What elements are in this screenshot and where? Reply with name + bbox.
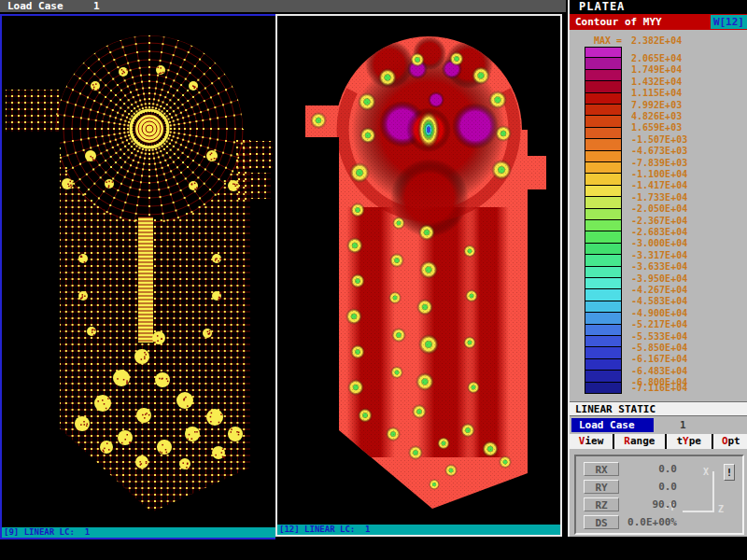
menu-button-text: iew [585, 435, 603, 447]
contour-viewport-status: [12] LINEAR LC: 1 [277, 525, 560, 535]
menu-button-text: Y [683, 435, 689, 447]
menu-button-text: O [722, 435, 728, 447]
legend-band [585, 209, 622, 220]
legend-band [585, 139, 622, 150]
application-window: Load Case 1 [9] LINEAR LC: 1 [12] LINEAR… [0, 0, 747, 560]
legend-band [585, 105, 622, 116]
contour-header: Contour of MYY W[12] [570, 14, 747, 30]
legend-value: -2.367E+04 [631, 216, 687, 226]
viewport-titlebar: Load Case 1 [0, 0, 566, 12]
contour-canvas[interactable] [277, 16, 557, 521]
legend-value: 1.749E+04 [631, 64, 682, 75]
axis-toggle-button[interactable]: ! [724, 464, 735, 481]
load-case-number: 1 [93, 0, 100, 12]
legend-value: 7.992E+03 [631, 100, 682, 110]
legend-band [585, 93, 622, 105]
mesh-viewport-status: [9] LINEAR LC: 1 [2, 527, 275, 538]
legend-band [585, 359, 622, 371]
transform-label-rx: RX [584, 462, 619, 476]
mesh-viewport[interactable]: [9] LINEAR LC: 1 [0, 14, 275, 539]
legend-value: -5.217E+04 [631, 319, 687, 329]
legend-value: -6.167E+04 [631, 354, 687, 364]
legend-band [585, 186, 622, 197]
legend-max-label: MAX = [594, 35, 622, 46]
legend-value: 4.826E+03 [631, 111, 682, 121]
legend-band [585, 313, 622, 324]
legend-band [585, 301, 622, 313]
transform-value-rx: 0.0 [623, 462, 677, 476]
app-title: PLATEA [570, 0, 747, 14]
legend-band [585, 278, 622, 289]
legend-band [585, 371, 622, 382]
legend-value: -3.317E+04 [631, 250, 687, 260]
legend-band [585, 81, 622, 92]
legend-value: -2.683E+04 [631, 227, 687, 237]
legend-band [585, 47, 622, 58]
legend-value: -3.633E+04 [631, 261, 687, 272]
analysis-type-bar: LINEAR STATIC [570, 401, 747, 416]
transform-label-ds: DS [584, 515, 619, 529]
menu-button-range[interactable]: Range [613, 434, 665, 449]
menu-button-text: R [624, 435, 630, 447]
legend-band [585, 151, 622, 162]
legend-value: -7.839E+03 [631, 158, 687, 168]
legend-value: -7.116E+04 [631, 383, 687, 393]
legend-band [585, 267, 622, 278]
legend-band [585, 231, 622, 243]
legend-value: -4.583E+04 [631, 296, 687, 306]
axis-z-label: Z [718, 505, 724, 514]
menu-button-type[interactable]: tYpe [665, 434, 712, 449]
legend-band [585, 383, 622, 394]
legend-band [585, 197, 622, 208]
contour-header-label: Contour of MYY [575, 16, 662, 28]
legend-value: 1.659E+03 [631, 122, 682, 133]
legend-value: -4.267E+04 [631, 285, 687, 295]
menu-button-opt[interactable]: Opt [712, 434, 747, 449]
transform-value-ry: 0.0 [623, 480, 677, 494]
transform-value-rz: 90.0 [623, 497, 677, 511]
legend-band [585, 116, 622, 127]
legend-band [585, 289, 622, 301]
legend-value: -5.850E+04 [631, 343, 687, 353]
legend-band [585, 325, 622, 336]
transform-label-ry: RY [584, 480, 619, 494]
menu-button-view[interactable]: View [570, 434, 613, 449]
legend-band [585, 255, 622, 266]
legend-value: 2.382E+04 [631, 35, 682, 46]
legend-band [585, 244, 622, 255]
legend-value: -1.507E+03 [631, 134, 687, 145]
contour-legend: MAX = MIN = 2.382E+042.065E+041.749E+041… [570, 30, 747, 401]
transform-label-rz: RZ [584, 497, 619, 511]
legend-value: -1.417E+04 [631, 180, 687, 190]
legend-value: -5.533E+04 [631, 331, 687, 342]
legend-value: -1.100E+04 [631, 169, 687, 179]
menu-button-text: ange [630, 435, 655, 447]
load-case-button[interactable]: Load Case [571, 418, 654, 432]
legend-band [585, 174, 622, 185]
transform-box: X Z -Y ! RX0.0RY0.0RZ90.0DS0.0E+00% [574, 455, 744, 535]
axis-z-line [683, 511, 714, 512]
legend-value: 1.115E+04 [631, 88, 682, 98]
mesh-canvas[interactable] [2, 16, 274, 524]
legend-value: -4.673E+03 [631, 146, 687, 156]
legend-value: -4.900E+04 [631, 308, 687, 318]
legend-band [585, 58, 622, 69]
legend-value: 1.432E+04 [631, 77, 682, 87]
control-sidebar: PLATEA Contour of MYY W[12] MAX = MIN = … [568, 0, 747, 537]
contour-viewport[interactable]: [12] LINEAR LC: 1 [275, 14, 562, 537]
menu-button-text: pe [689, 435, 701, 447]
menu-row: ViewRangetYpeOpt [570, 434, 747, 449]
menu-button-text: pt [728, 435, 740, 447]
transform-panel: X Z -Y ! RX0.0RY0.0RZ90.0DS0.0E+00% [570, 449, 747, 537]
legend-band [585, 162, 622, 174]
load-case-title: Load Case [7, 0, 63, 12]
legend-value: -3.000E+04 [631, 238, 687, 248]
legend-band [585, 128, 622, 139]
axis-x-label: X [703, 468, 709, 477]
load-case-value: 1 [680, 418, 686, 432]
legend-value: -3.950E+04 [631, 273, 687, 284]
legend-band [585, 347, 622, 358]
legend-value: 2.065E+04 [631, 53, 682, 63]
result-component-badge[interactable]: W[12] [711, 15, 747, 29]
axis-x-line [712, 471, 714, 512]
